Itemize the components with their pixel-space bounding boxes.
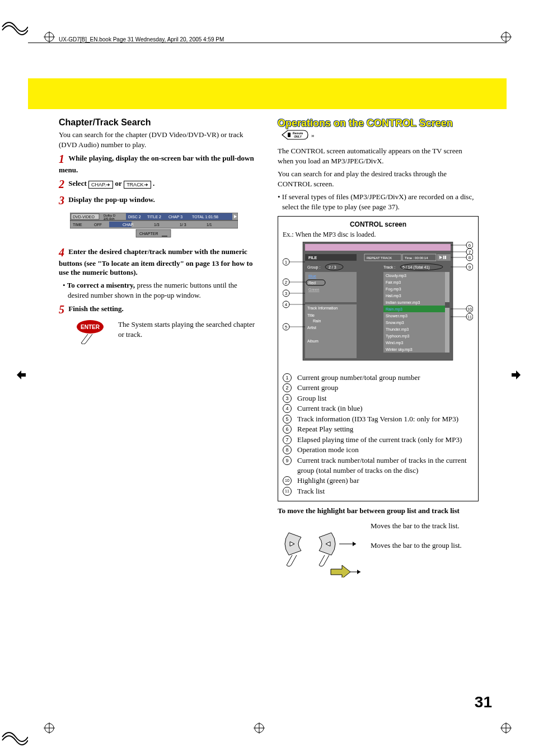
svg-text:Fair.mp3: Fair.mp3 (386, 280, 401, 285)
svg-text:5 / 14 (Total 41): 5 / 14 (Total 41) (402, 265, 430, 270)
step3-text: Display the pop-up window. (68, 196, 155, 204)
heading-control-screen-ops: Operations on the CONTROL Screen (278, 118, 453, 129)
heading-chapter-track-search: Chapter/Track Search (59, 118, 260, 128)
svg-text:Track Information: Track Information (307, 306, 338, 310)
svg-text:9: 9 (469, 265, 471, 270)
spiral-binding-icon (1, 17, 28, 37)
step-number: 1 (59, 153, 64, 166)
remote-arrow-buttons-icon (278, 522, 362, 577)
crop-mark-br (500, 722, 512, 734)
header-divider (28, 43, 507, 43)
svg-text:Winter sky.mp3: Winter sky.mp3 (386, 348, 413, 352)
svg-text:5: 5 (285, 325, 288, 330)
book-header: UX-GD7[B]_EN.book Page 31 Wednesday, Apr… (59, 36, 224, 43)
svg-text:Rain: Rain (313, 319, 321, 323)
svg-text:Red: Red (308, 281, 316, 285)
right-column: Operations on the CONTROL Screen Remote … (278, 118, 479, 577)
svg-text:Title: Title (307, 313, 315, 317)
step1-text: While playing, display the on-screen bar… (59, 154, 254, 175)
osd-bar-diagram: DVD-VIDEO Dolby D 2/0.0ch DISC 2 TITLE 2… (70, 213, 260, 241)
control-example: Ex.: When the MP3 disc is loaded. (283, 230, 474, 239)
step4-text: Enter the desired chapter/track number w… (59, 248, 252, 277)
svg-text:Thunder.mp3: Thunder.mp3 (386, 327, 409, 332)
enter-button-icon: ENTER (76, 320, 109, 346)
right-p2: You can search for and play the desired … (278, 169, 479, 189)
svg-rect-41 (288, 133, 291, 137)
right-p1: The CONTROL screen automatically appears… (278, 146, 479, 166)
remote-only-badge: Remote ONLY » (281, 129, 317, 143)
svg-text:2 / 3: 2 / 3 (329, 265, 336, 269)
svg-text:1/1: 1/1 (207, 223, 212, 227)
svg-rect-55 (443, 256, 444, 259)
svg-text:DISC 2: DISC 2 (128, 215, 141, 219)
svg-text:TITLE  2: TITLE 2 (147, 215, 161, 219)
svg-text:Green: Green (308, 288, 320, 292)
svg-text:Snow.mp3: Snow.mp3 (386, 321, 404, 325)
svg-rect-56 (445, 256, 446, 259)
crop-mark-bl (44, 722, 55, 734)
svg-text:3: 3 (285, 291, 288, 296)
svg-text:10: 10 (467, 307, 472, 311)
right-p3: • If several types of files (MP3/JPEG/Di… (282, 192, 479, 212)
svg-text:ONLY: ONLY (294, 135, 302, 138)
step-number: 4 (59, 246, 64, 259)
svg-text:FILE: FILE (308, 256, 317, 260)
svg-text:CHAP.: CHAP. (123, 223, 134, 227)
step-number: 5 (59, 303, 64, 316)
enter-description: The System starts playing the searched c… (118, 320, 260, 339)
step2-pre: Select (68, 180, 86, 188)
spiral-binding-icon (1, 727, 28, 747)
svg-text:Indian summer.mp3: Indian summer.mp3 (386, 300, 420, 305)
svg-text:Blue: Blue (308, 274, 316, 278)
svg-marker-131 (353, 542, 356, 546)
svg-text:Fog.mp3: Fog.mp3 (386, 287, 401, 292)
svg-text:OFF: OFF (94, 223, 102, 227)
svg-text:Cloudy.mp3: Cloudy.mp3 (386, 274, 406, 278)
control-screen-box: CONTROL screen Ex.: When the MP3 disc is… (278, 216, 479, 501)
svg-text:Album: Album (307, 339, 318, 343)
track-select-box: TRACK➜ (124, 181, 151, 189)
svg-text:1/3: 1/3 (154, 223, 160, 227)
svg-rect-70 (305, 311, 357, 358)
step-number: 2 (59, 178, 64, 191)
crop-mark-tr (500, 31, 512, 43)
svg-text:Hail.mp3: Hail.mp3 (386, 294, 401, 298)
svg-rect-77 (445, 302, 449, 308)
svg-rect-46 (305, 244, 451, 251)
svg-text:2/0.0ch: 2/0.0ch (104, 217, 115, 220)
svg-text:1/ 3: 1/ 3 (180, 223, 186, 227)
svg-text:REPEAT TRACK: REPEAT TRACK (367, 256, 392, 260)
crop-mark-tl (44, 31, 55, 43)
move-heading: To move the highlight bar between group … (278, 506, 479, 516)
svg-text:TOTAL  1:01:58: TOTAL 1:01:58 (192, 215, 218, 219)
page-number: 31 (475, 693, 492, 711)
svg-rect-76 (445, 272, 449, 353)
svg-text:CHAPTER: CHAPTER (139, 232, 158, 236)
svg-text:DVD-VIDEO: DVD-VIDEO (73, 215, 95, 219)
svg-text:1: 1 (285, 260, 288, 265)
legend-list: 1Current group number/total group number… (283, 373, 474, 496)
svg-text:»: » (311, 132, 315, 138)
svg-text:11: 11 (467, 315, 472, 319)
svg-line-129 (324, 555, 329, 565)
svg-text:Group :: Group : (307, 265, 320, 270)
step-number: 3 (59, 194, 64, 207)
svg-text:Shower.mp3: Shower.mp3 (386, 314, 407, 318)
svg-text:Rain.mp3: Rain.mp3 (386, 307, 402, 312)
svg-marker-134 (357, 570, 360, 574)
svg-text:Wind.mp3: Wind.mp3 (386, 341, 404, 345)
svg-text:TIME: TIME (73, 223, 82, 227)
step5-text: Finish the setting. (68, 305, 124, 313)
intro-text: You can search for the chapter (DVD Vide… (59, 130, 260, 149)
control-screen-diagram: FILE REPEAT TRACK Time : 00:00:14 Group … (283, 242, 473, 365)
crop-mark-ml (16, 369, 27, 381)
step2-or: or (115, 180, 122, 188)
move-diagram-row: Moves the bar to the track list. Moves t… (278, 522, 479, 577)
svg-text:8: 8 (469, 255, 471, 260)
yellow-header-bar (28, 78, 507, 109)
svg-text:CHAP  3: CHAP 3 (168, 215, 182, 219)
move-text-2: Moves the bar to the group list. (371, 541, 479, 551)
svg-text:4: 4 (285, 302, 288, 307)
svg-text:ENTER: ENTER (81, 324, 100, 330)
step2-post: . (153, 180, 154, 188)
